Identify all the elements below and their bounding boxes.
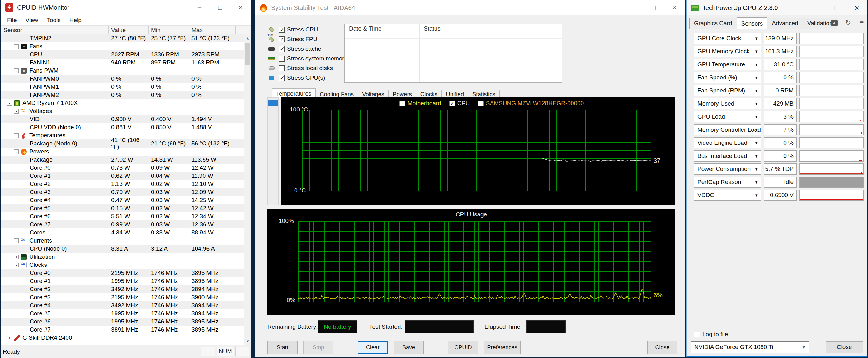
tab-statistics[interactable]: Statistics xyxy=(468,90,500,98)
expand-toggle[interactable]: - xyxy=(14,68,19,73)
log-to-file-checkbox[interactable] xyxy=(694,331,700,337)
sensor-name-dropdown[interactable]: Video Engine Load▼ xyxy=(694,137,761,149)
sensor-name-dropdown[interactable]: VDDC▼ xyxy=(694,190,761,201)
table-row[interactable]: Core #40.47 W0.03 W14.25 W xyxy=(1,196,244,204)
menu-item-file[interactable]: File xyxy=(3,17,21,24)
table-row[interactable]: Core #23492 MHz1746 MHz3894 MHz xyxy=(1,285,244,293)
table-row[interactable]: Core #11995 MHz1746 MHz3895 MHz xyxy=(1,277,244,285)
tab-sensors[interactable]: Sensors xyxy=(737,18,768,29)
table-row[interactable]: Core #73891 MHz1746 MHz3895 MHz xyxy=(1,326,244,334)
table-row[interactable]: CPU (Node 0)8.31 A3.12 A104.96 A xyxy=(1,245,244,253)
table-row[interactable]: Package27.02 W14.31 W113.55 W xyxy=(1,156,244,164)
save-button[interactable]: Save xyxy=(394,341,424,354)
table-row[interactable]: +G Skill DDR4 2400 xyxy=(1,334,244,342)
expand-toggle[interactable]: - xyxy=(7,101,12,105)
close-button[interactable]: Close xyxy=(647,341,678,354)
start-button[interactable]: Start xyxy=(268,341,298,354)
table-row[interactable]: Core #32195 MHz1746 MHz3900 MHz xyxy=(1,293,244,301)
legend-checkbox-motherboard[interactable] xyxy=(399,101,405,106)
maximize-button[interactable]: □ xyxy=(644,0,664,15)
expand-toggle[interactable]: - xyxy=(14,133,19,138)
aida64-titlebar[interactable]: System Stability Test - AIDA64 – □ × xyxy=(255,0,685,15)
gpu-select-dropdown[interactable]: NVIDIA GeForce GTX 1080 Ti ∨ xyxy=(691,341,809,353)
close-button[interactable]: × xyxy=(664,0,685,15)
expand-toggle[interactable]: - xyxy=(14,44,19,49)
menu-item-tools[interactable]: Tools xyxy=(42,17,65,24)
log-column-datetime[interactable]: Date & Time xyxy=(349,25,382,32)
screenshot-camera-icon[interactable] xyxy=(830,19,838,27)
checkbox-stress-system-memory[interactable] xyxy=(279,56,284,62)
expand-toggle[interactable]: - xyxy=(14,238,19,243)
sensor-name-dropdown[interactable]: GPU Load▼ xyxy=(694,111,761,122)
table-row[interactable]: +Utilization xyxy=(1,253,244,261)
close-button[interactable]: × xyxy=(230,0,251,15)
table-row[interactable]: Core #43492 MHz1746 MHz3894 MHz xyxy=(1,301,244,310)
checkbox-stress-cpu[interactable] xyxy=(279,27,284,33)
gpuz-close-button[interactable]: Close xyxy=(826,341,863,353)
cpuid-button[interactable]: CPUID xyxy=(448,341,478,354)
expand-toggle[interactable]: + xyxy=(14,255,19,259)
tab-graphics-card[interactable]: Graphics Card xyxy=(689,18,737,29)
sensor-name-dropdown[interactable]: Memory Controller Load▼ xyxy=(694,124,761,135)
scroll-down-icon[interactable] xyxy=(244,337,251,345)
tab-advanced[interactable]: Advanced xyxy=(768,18,803,29)
table-row[interactable]: Core #02195 MHz1746 MHz3895 MHz xyxy=(1,269,244,277)
checkbox-stress-cache[interactable] xyxy=(279,46,284,52)
menu-item-help[interactable]: Help xyxy=(65,17,86,24)
graph-scrollbar[interactable] xyxy=(268,97,279,205)
table-row[interactable]: Core #61995 MHz1746 MHz3895 MHz xyxy=(1,318,244,326)
table-row[interactable]: Package (Node 0)41 °C (106 °F)21 °C (69 … xyxy=(1,139,244,148)
expand-toggle[interactable]: - xyxy=(14,263,19,267)
tab-powers[interactable]: Powers xyxy=(389,90,416,98)
column-header-min[interactable]: Min xyxy=(149,26,189,34)
table-row[interactable]: Core #21.13 W0.02 W12.10 W xyxy=(1,180,244,188)
table-row[interactable]: CPU VDD (Node 0)0.881 V0.850 V1.488 V xyxy=(1,123,244,131)
table-row[interactable]: Core #70.99 W0.03 W12.36 W xyxy=(1,220,244,228)
sensor-name-dropdown[interactable]: Fan Speed (RPM)▼ xyxy=(694,85,761,96)
preferences-button[interactable]: Preferences xyxy=(484,341,521,354)
tab-temperatures[interactable]: Temperatures xyxy=(272,89,316,98)
table-row[interactable]: Core #30.70 W0.03 W12.09 W xyxy=(1,188,244,196)
table-row[interactable]: -Clocks xyxy=(1,261,244,269)
sensor-name-dropdown[interactable]: Fan Speed (%)▼ xyxy=(694,72,761,83)
tab-cooling-fans[interactable]: Cooling Fans xyxy=(316,90,358,98)
scroll-up-icon[interactable] xyxy=(244,34,251,42)
table-row[interactable]: Core #00.73 W0.09 W12.42 W xyxy=(1,164,244,172)
legend-checkbox-cpu[interactable] xyxy=(449,101,455,106)
expand-toggle[interactable]: + xyxy=(7,335,12,340)
table-row[interactable]: -AMD Ryzen 7 1700X xyxy=(1,99,244,107)
table-row[interactable]: FANIN1940 RPM897 RPM1163 RPM xyxy=(1,59,244,67)
table-row[interactable]: FANPWM20 %0 %0 % xyxy=(1,91,244,99)
checkbox-stress-local-disks[interactable] xyxy=(279,65,284,71)
gpuz-titlebar[interactable]: TechPowerUp GPU-Z 2.8.0 – □ × xyxy=(687,0,867,15)
column-header-sensor[interactable]: Sensor xyxy=(1,26,108,34)
graph-scrollbar-thumb[interactable] xyxy=(268,100,278,106)
table-row[interactable]: -Currents xyxy=(1,237,244,245)
column-header-value[interactable]: Value xyxy=(108,26,149,34)
menu-hamburger-icon[interactable]: ≡ xyxy=(858,19,866,27)
checkbox-stress-fpu[interactable] xyxy=(279,36,284,42)
clear-button[interactable]: Clear xyxy=(358,341,388,354)
expand-toggle[interactable]: - xyxy=(14,150,19,154)
table-row[interactable]: VID0.900 V0.400 V1.494 V xyxy=(1,115,244,123)
table-row[interactable]: Core #10.62 W0.04 W11.90 W xyxy=(1,172,244,180)
vertical-scrollbar[interactable] xyxy=(244,34,251,345)
table-row[interactable]: Core #65.51 W0.02 W12.34 W xyxy=(1,212,244,220)
sensor-name-dropdown[interactable]: GPU Temperature▼ xyxy=(694,59,761,70)
hwmonitor-titlebar[interactable]: CPUID HWMonitor – □ × xyxy=(1,0,251,15)
sensor-name-dropdown[interactable]: Power Consumption▼ xyxy=(694,163,761,175)
tab-unified[interactable]: Unified xyxy=(442,90,468,98)
table-row[interactable]: CPU2027 RPM1336 RPM2973 RPM xyxy=(1,51,244,59)
table-row[interactable]: FANPWM00 %0 %0 % xyxy=(1,75,244,83)
tab-clocks[interactable]: Clocks xyxy=(416,90,442,98)
table-row[interactable]: Core #50.15 W0.02 W12.42 W xyxy=(1,204,244,212)
expand-toggle[interactable]: - xyxy=(14,109,19,113)
sensor-name-dropdown[interactable]: PerfCap Reason▼ xyxy=(694,176,761,188)
legend-checkbox-samsung-mzvlw128hegr-00000[interactable] xyxy=(478,101,484,106)
table-row[interactable]: Core #51995 MHz1746 MHz3894 MHz xyxy=(1,310,244,318)
table-row[interactable]: -Fans xyxy=(1,42,244,51)
checkbox-stress-gpu-s[interactable] xyxy=(279,75,284,81)
table-row[interactable]: Cores4.34 W0.38 W88.94 W xyxy=(1,228,244,237)
table-row[interactable]: FANPWM10 %0 %0 % xyxy=(1,83,244,91)
scrollbar-thumb[interactable] xyxy=(245,43,250,65)
